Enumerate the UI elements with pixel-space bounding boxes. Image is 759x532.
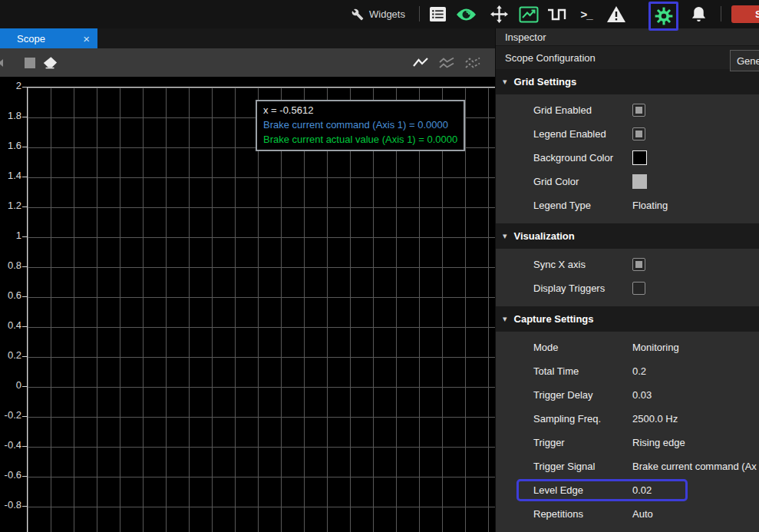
grid-color-swatch[interactable] xyxy=(632,174,647,189)
grid-enabled-label: Grid Enabled xyxy=(533,104,632,116)
level-edge-value[interactable]: 0.02 xyxy=(632,484,652,496)
trigger-signal-label: Trigger Signal xyxy=(533,461,632,472)
plot-area[interactable] xyxy=(27,87,495,532)
repetitions-value[interactable]: Auto xyxy=(632,508,653,520)
row-legend-type: Legend TypeFloating xyxy=(496,193,759,217)
y-axis-label: 1.2 xyxy=(0,200,21,211)
square-wave-icon[interactable] xyxy=(546,0,568,28)
level-edge-label: Level Edge xyxy=(533,484,632,496)
mode-label: Mode xyxy=(533,342,632,353)
repetitions-label: Repetitions xyxy=(533,508,632,520)
total-time-label: Total Time xyxy=(533,365,632,377)
grid-enabled-checkbox[interactable] xyxy=(632,104,645,117)
collapse-arrow-icon: ▾ xyxy=(503,231,507,241)
legend-type-value[interactable]: Floating xyxy=(632,200,668,211)
section-rows-visualization: Sync X axisDisplay Triggers xyxy=(496,249,759,306)
sampling-freq-value[interactable]: 2500.0 Hz xyxy=(632,413,678,425)
y-axis-tick xyxy=(22,117,27,117)
chart-area: x = -0.5612 Brake current command (Axis … xyxy=(0,77,495,532)
y-axis-label: 0.4 xyxy=(0,319,21,331)
section-header-grid-settings[interactable]: ▾Grid Settings xyxy=(496,69,759,94)
row-grid-color: Grid Color xyxy=(496,170,759,193)
section-title: Grid Settings xyxy=(514,76,577,88)
row-sampling-freq: Sampling Freq.2500.0 Hz xyxy=(496,407,759,431)
bell-icon[interactable] xyxy=(688,0,709,28)
y-axis-tick xyxy=(22,446,27,447)
y-axis-tick xyxy=(22,177,27,177)
app-window: Widgets >_ S xyxy=(0,0,759,532)
move-icon[interactable] xyxy=(488,0,510,28)
section-header-capture-settings[interactable]: ▾Capture Settings xyxy=(496,306,759,332)
y-axis-label: -0.8 xyxy=(0,499,21,511)
single-signal-icon[interactable] xyxy=(411,48,430,77)
tab-scope[interactable]: Scope × xyxy=(0,28,97,48)
row-repetitions: RepetitionsAuto xyxy=(496,502,759,526)
general-button[interactable]: Gene xyxy=(730,50,759,71)
main-area: Scope × xyxy=(0,28,759,532)
y-axis-label: 0.8 xyxy=(0,259,21,271)
y-axis-tick xyxy=(22,326,27,327)
terminal-icon[interactable]: >_ xyxy=(576,0,597,28)
display-triggers-checkbox[interactable] xyxy=(632,282,645,295)
section-rows-grid-settings: Grid EnabledLegend EnabledBackground Col… xyxy=(496,94,759,223)
grid-color-label: Grid Color xyxy=(533,176,632,187)
multi-signal-dashed-icon[interactable] xyxy=(464,48,482,77)
y-axis-tick xyxy=(22,506,27,507)
widgets-label: Widgets xyxy=(369,8,405,20)
trigger-delay-value[interactable]: 0.03 xyxy=(632,389,652,401)
inspector-sections: ▾Grid SettingsGrid EnabledLegend Enabled… xyxy=(496,69,759,532)
trigger-signal-value[interactable]: Brake current command (Ax xyxy=(632,461,757,472)
row-background-color: Background Color xyxy=(496,146,759,170)
sync-x-axis-checkbox[interactable] xyxy=(632,258,645,271)
y-axis-label: -0.2 xyxy=(0,409,21,421)
inspector-title: Inspector xyxy=(496,28,759,46)
y-axis-label: -0.6 xyxy=(0,469,21,481)
tab-scope-label: Scope xyxy=(17,33,45,45)
background-color-swatch[interactable] xyxy=(632,150,647,165)
inspector-panel: Inspector Scope Configuration Gene ▾Grid… xyxy=(495,28,759,532)
stop-square-icon[interactable] xyxy=(25,48,35,77)
display-triggers-label: Display Triggers xyxy=(533,283,632,294)
gear-icon[interactable] xyxy=(654,6,674,26)
legend-type-label: Legend Type xyxy=(533,200,632,211)
total-time-value[interactable]: 0.2 xyxy=(632,365,646,377)
row-legend-enabled: Legend Enabled xyxy=(496,122,759,146)
tooltip-line-x: x = -0.5612 xyxy=(263,103,457,117)
list-icon[interactable] xyxy=(427,0,448,28)
close-icon[interactable]: × xyxy=(83,33,90,45)
warning-icon[interactable] xyxy=(606,0,627,28)
row-mode: ModeMonitoring xyxy=(496,335,759,359)
chart-icon[interactable] xyxy=(518,0,540,28)
eraser-icon[interactable] xyxy=(42,48,58,77)
row-trigger-delay: Trigger Delay0.03 xyxy=(496,383,759,407)
row-total-time: Total Time0.2 xyxy=(496,359,759,383)
y-axis-tick xyxy=(22,87,27,88)
row-trigger: TriggerRising edge xyxy=(496,431,759,454)
y-axis-label: 1.4 xyxy=(0,170,21,181)
collapse-arrow-icon: ▾ xyxy=(503,77,507,87)
background-color-label: Background Color xyxy=(533,152,632,164)
trigger-value[interactable]: Rising edge xyxy=(632,437,685,448)
section-title: Capture Settings xyxy=(514,313,594,325)
collapse-arrow-icon: ▾ xyxy=(503,314,507,324)
scope-toolbar xyxy=(0,48,495,77)
y-axis-tick xyxy=(22,296,27,297)
section-header-visualization[interactable]: ▾Visualization xyxy=(496,223,759,249)
row-display-triggers: Display Triggers xyxy=(496,276,759,300)
y-axis-label: -0.4 xyxy=(0,439,21,451)
widgets-button[interactable]: Widgets xyxy=(351,0,405,28)
section-rows-capture-settings: ModeMonitoringTotal Time0.2Trigger Delay… xyxy=(496,332,759,532)
scope-panel: Scope × xyxy=(0,28,495,532)
multi-signal-icon[interactable] xyxy=(437,48,456,77)
trigger-delay-label: Trigger Delay xyxy=(533,389,632,401)
cut-off-icon xyxy=(0,48,3,77)
y-axis-tick xyxy=(22,236,27,237)
mode-value[interactable]: Monitoring xyxy=(632,342,679,353)
section-title: Visualization xyxy=(514,230,575,242)
row-trigger-signal: Trigger SignalBrake current command (Ax xyxy=(496,454,759,478)
sync-x-axis-label: Sync X axis xyxy=(533,259,632,270)
stop-button[interactable]: S xyxy=(731,5,759,23)
y-axis-tick xyxy=(22,476,27,477)
legend-enabled-checkbox[interactable] xyxy=(632,127,645,140)
eye-icon[interactable] xyxy=(455,0,477,28)
